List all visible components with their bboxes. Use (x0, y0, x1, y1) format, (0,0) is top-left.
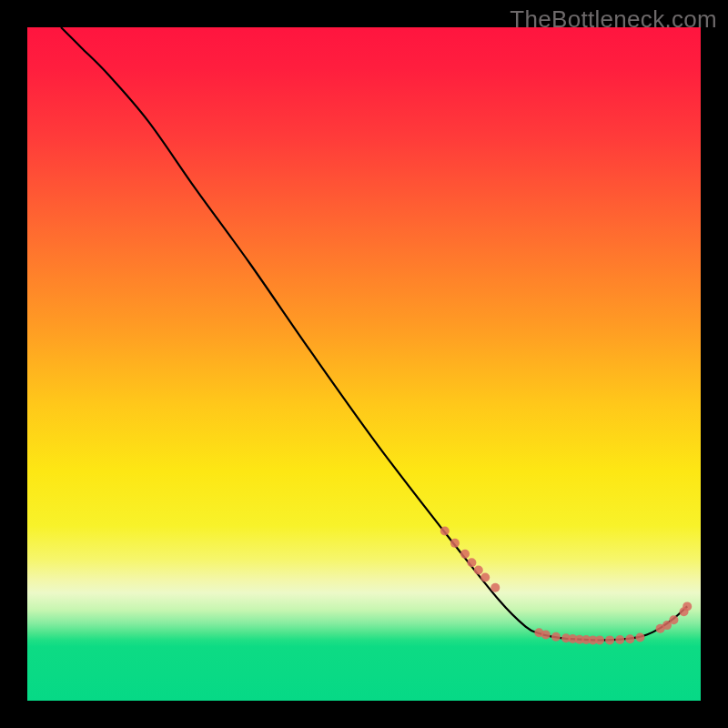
chart-svg (27, 27, 701, 701)
data-point (682, 602, 692, 611)
chart-stage: TheBottleneck.com (0, 0, 728, 728)
data-point (474, 565, 483, 574)
data-point (605, 635, 614, 644)
data-point (450, 539, 460, 548)
data-point (595, 635, 604, 644)
main-curve (61, 27, 687, 640)
data-point (615, 635, 624, 644)
data-point (541, 630, 551, 639)
data-point (480, 573, 490, 582)
data-point (625, 634, 634, 643)
data-point (440, 527, 450, 536)
data-point (460, 550, 470, 559)
data-point (490, 583, 500, 592)
data-point (551, 632, 561, 642)
data-point (635, 632, 644, 642)
data-point (467, 558, 476, 567)
data-markers (440, 527, 692, 645)
data-point (669, 615, 678, 624)
plot-area (27, 27, 701, 701)
